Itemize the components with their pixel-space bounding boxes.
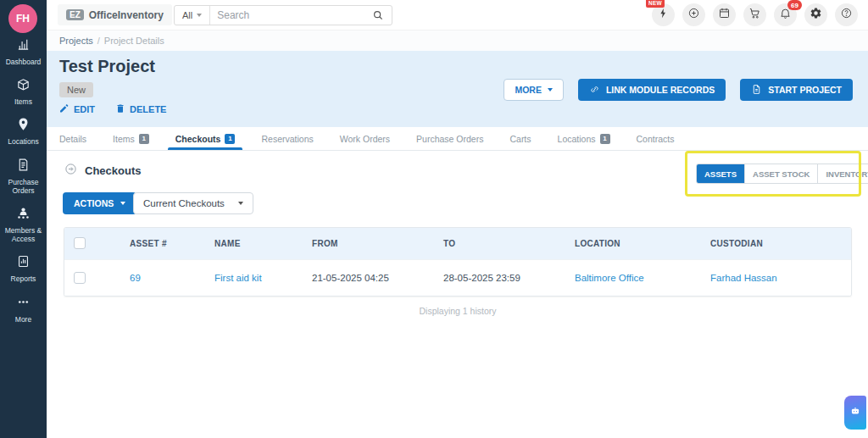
avatar[interactable]: FH (8, 4, 37, 33)
chevron-down-icon (120, 202, 125, 205)
topbar: EZ OfficeInventory All NEW (47, 0, 868, 30)
chevron-down-icon (238, 202, 243, 205)
link-module-records-label: LINK MODULE RECORDS (606, 85, 715, 95)
tab-label: Checkouts (175, 134, 221, 144)
dashboard-icon (16, 37, 31, 55)
asset-number-link[interactable]: 69 (130, 273, 141, 283)
search-icon[interactable] (369, 9, 392, 21)
gear-icon (810, 7, 822, 23)
whats-new-button[interactable]: NEW (652, 3, 675, 26)
tab-checkouts[interactable]: Checkouts 1 (175, 127, 236, 150)
arrow-circle-icon[interactable] (64, 163, 77, 179)
search-input[interactable] (210, 9, 369, 21)
brand-logo[interactable]: EZ OfficeInventory (58, 4, 172, 25)
tab-label: Reservations (261, 134, 313, 144)
column-header-to: TO (425, 228, 556, 259)
tab-details[interactable]: Details (59, 127, 86, 150)
sidebar-item-reports[interactable]: Reports (0, 254, 47, 283)
tab-label: Purchase Orders (416, 134, 483, 144)
tab-locations[interactable]: Locations 1 (558, 127, 610, 150)
sidebar-item-items[interactable]: Items (0, 77, 47, 106)
sidebar-item-label: Purchase Orders (0, 178, 47, 195)
actions-button[interactable]: ACTIONS (63, 192, 136, 214)
calendar-icon (718, 7, 731, 23)
chat-widget-button[interactable] (844, 396, 866, 430)
app-screen: FH Dashboard Items Locations (0, 0, 868, 438)
calendar-button[interactable] (713, 3, 736, 26)
sidebar-item-purchase-orders[interactable]: Purchase Orders (0, 158, 47, 195)
help-button[interactable] (835, 3, 858, 26)
breadcrumb: Projects / Project Details (47, 30, 868, 51)
new-badge: NEW (646, 0, 665, 8)
table-row: 69 First aid kit 21-05-2025 04:25 28-05-… (64, 259, 852, 296)
table-header-row: ASSET # NAME FROM TO LOCATION CUSTODIAN (64, 228, 852, 259)
to-date: 28-05-2025 23:59 (425, 259, 556, 296)
table-footer-text: Displaying 1 history (64, 306, 852, 316)
notifications-button[interactable]: 69 (774, 3, 797, 26)
tab-items[interactable]: Items 1 (113, 127, 149, 150)
start-project-button[interactable]: START PROJECT (740, 79, 853, 101)
column-header-custodian: CUSTODIAN (692, 228, 852, 259)
chevron-down-icon (548, 88, 553, 91)
from-date: 21-05-2025 04:25 (293, 259, 425, 296)
sidebar-item-members-access[interactable]: Members & Access (0, 206, 47, 243)
tab-label: Locations (558, 134, 596, 144)
location-link[interactable]: Baltimore Office (575, 273, 644, 283)
lightning-icon (657, 7, 670, 23)
chevron-down-icon (197, 14, 202, 17)
tab-count-badge: 1 (139, 134, 149, 144)
more-button-label: MORE (515, 85, 542, 95)
tab-count-badge: 1 (600, 134, 610, 144)
tab-purchase-orders[interactable]: Purchase Orders (416, 127, 483, 150)
quick-add-button[interactable] (682, 3, 705, 26)
sidebar-item-more[interactable]: More (0, 295, 47, 324)
cart-icon (748, 7, 761, 23)
locations-icon (16, 117, 31, 135)
custodian-link[interactable]: Farhad Hassan (710, 273, 777, 283)
asset-name-link[interactable]: First aid kit (214, 273, 262, 283)
status-badge: New (59, 82, 93, 97)
tab-label: Work Orders (340, 134, 390, 144)
more-icon (16, 295, 31, 313)
tab-contracts[interactable]: Contracts (637, 127, 675, 150)
sidebar-item-label: More (14, 315, 33, 324)
column-header-asset: ASSET # (111, 228, 196, 259)
breadcrumb-parent[interactable]: Projects (59, 36, 93, 46)
tab-carts[interactable]: Carts (509, 127, 531, 150)
tab-label: Contracts (637, 134, 675, 144)
more-button[interactable]: MORE (504, 79, 564, 101)
sidebar-item-label: Locations (6, 137, 40, 146)
search-scope-dropdown[interactable]: All (175, 6, 210, 25)
link-module-records-button[interactable]: LINK MODULE RECORDS (578, 79, 726, 101)
edit-button[interactable]: EDIT (59, 103, 95, 115)
sidebar-item-label: Dashboard (4, 58, 43, 66)
sidebar-item-label: Items (13, 97, 34, 106)
sidebar-nav: Dashboard Items Locations Purchase Order… (0, 37, 47, 324)
search-scope-value: All (182, 10, 192, 20)
delete-button[interactable]: DELETE (115, 103, 166, 115)
cart-button[interactable] (743, 3, 766, 26)
row-checkbox[interactable] (74, 272, 86, 284)
project-actions-links: EDIT DELETE (59, 103, 166, 115)
checkouts-filter-value: Current Checkouts (143, 198, 225, 208)
column-header-name: NAME (196, 228, 293, 259)
tab-work-orders[interactable]: Work Orders (340, 127, 390, 150)
tab-reservations[interactable]: Reservations (261, 127, 313, 150)
sidebar-item-dashboard[interactable]: Dashboard (0, 37, 47, 66)
toggle-assets[interactable]: ASSETS (697, 164, 745, 183)
trash-icon (115, 103, 125, 115)
delete-button-label: DELETE (130, 104, 166, 114)
settings-button[interactable] (804, 3, 827, 26)
help-icon (840, 7, 853, 23)
checkouts-filter-dropdown[interactable]: Current Checkouts (133, 192, 253, 214)
select-all-checkbox[interactable] (74, 237, 86, 249)
chat-bot-icon (849, 405, 861, 420)
sidebar-item-locations[interactable]: Locations (0, 117, 47, 146)
toggle-inventory[interactable]: INVENTORY (818, 164, 868, 183)
notification-count-badge: 69 (787, 0, 802, 10)
toggle-asset-stock[interactable]: ASSET STOCK (745, 164, 818, 183)
page-title: Test Project (59, 57, 155, 76)
reports-icon (16, 254, 31, 272)
tab-label: Items (113, 134, 135, 144)
members-icon (16, 206, 31, 224)
